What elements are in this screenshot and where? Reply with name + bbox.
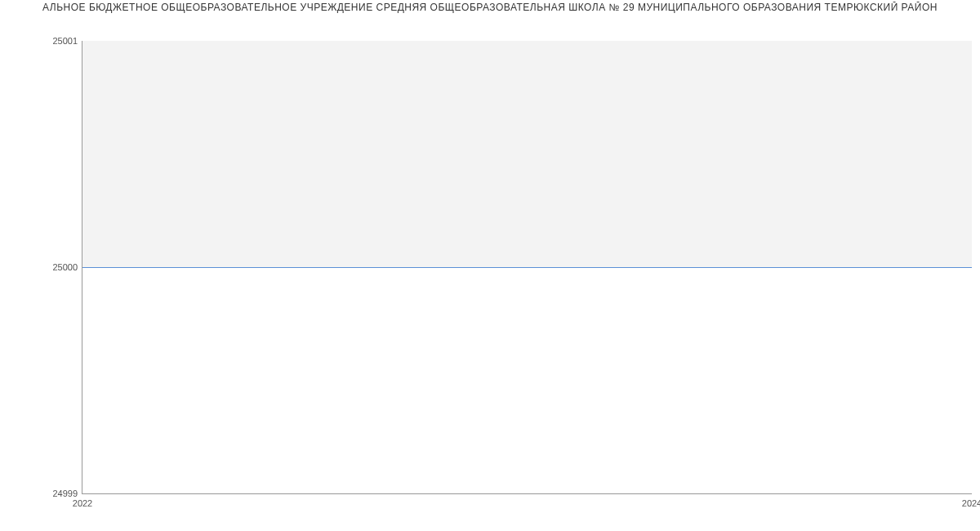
x-tick-label: 2024: [962, 498, 980, 508]
x-tick-label: 2022: [73, 498, 92, 508]
chart-container: АЛЬНОЕ БЮДЖЕТНОЕ ОБЩЕОБРАЗОВАТЕЛЬНОЕ УЧР…: [0, 0, 980, 531]
data-line-series-0: [82, 267, 972, 268]
plot-area: 25001 25000 24999 2022 2024: [82, 41, 972, 494]
chart-title: АЛЬНОЕ БЮДЖЕТНОЕ ОБЩЕОБРАЗОВАТЕЛЬНОЕ УЧР…: [0, 2, 980, 13]
grid-band: [82, 41, 972, 267]
y-tick-label: 24999: [52, 489, 78, 498]
y-tick-label: 25001: [52, 36, 78, 46]
y-tick-label: 25000: [52, 262, 78, 272]
